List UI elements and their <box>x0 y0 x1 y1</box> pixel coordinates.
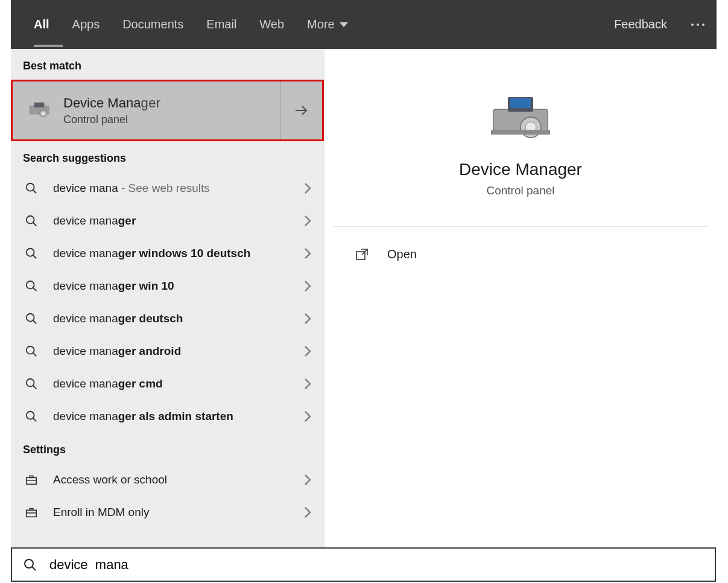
svg-point-7 <box>27 216 34 224</box>
search-icon <box>23 278 40 295</box>
preview-pane: Device Manager Control panel Open <box>324 49 717 548</box>
svg-line-10 <box>33 255 37 259</box>
suggestion-text: device manager android <box>40 345 300 358</box>
svg-line-16 <box>33 353 37 357</box>
chevron-right-icon <box>300 278 315 294</box>
suggestion-item[interactable]: device manager win 10 <box>11 270 324 302</box>
svg-rect-33 <box>491 130 550 135</box>
search-icon <box>23 375 40 392</box>
tab-all[interactable]: All <box>34 18 49 31</box>
svg-point-11 <box>27 281 34 289</box>
device-manager-icon <box>25 96 54 125</box>
results-pane: Best match Device Manager <box>11 49 324 548</box>
tab-web[interactable]: Web <box>259 18 284 31</box>
preview-device-manager-icon <box>487 91 554 145</box>
svg-point-17 <box>27 379 34 387</box>
chevron-right-icon <box>300 180 315 196</box>
search-bar[interactable] <box>11 547 716 582</box>
svg-point-19 <box>27 412 34 419</box>
settings-header: Settings <box>11 433 324 464</box>
suggestion-item[interactable]: device manager cmd <box>11 368 324 400</box>
chevron-right-icon <box>300 213 315 229</box>
svg-point-3 <box>42 112 45 115</box>
tabs-container: All Apps Documents Email Web More <box>34 18 348 31</box>
search-icon <box>23 343 40 360</box>
briefcase-icon <box>23 471 40 488</box>
svg-line-20 <box>33 418 37 422</box>
best-match-header: Best match <box>11 49 324 80</box>
search-icon <box>23 245 40 262</box>
svg-line-8 <box>33 223 37 226</box>
svg-point-5 <box>27 183 34 191</box>
suggestion-item[interactable]: device manager <box>11 205 324 237</box>
svg-point-36 <box>25 559 33 568</box>
chevron-right-icon <box>300 246 315 261</box>
svg-line-37 <box>32 567 36 570</box>
settings-item-label: Access work or school <box>40 473 300 486</box>
suggestion-item[interactable]: device manager deutsch <box>11 302 324 335</box>
suggestion-text: device manager win 10 <box>40 279 300 293</box>
svg-rect-22 <box>30 476 33 478</box>
chevron-right-icon <box>300 343 315 359</box>
svg-rect-25 <box>30 509 33 511</box>
suggestion-text: device manager deutsch <box>40 312 300 325</box>
tabs-right: Feedback <box>614 18 704 31</box>
svg-point-9 <box>27 249 34 256</box>
search-icon <box>23 310 40 327</box>
search-icon <box>23 180 40 197</box>
tab-documents[interactable]: Documents <box>122 18 183 31</box>
chevron-right-icon <box>300 409 315 424</box>
search-filter-tabs-bar: All Apps Documents Email Web More Feedba… <box>11 0 717 49</box>
suggestion-text: device mana - See web results <box>40 182 300 195</box>
svg-rect-30 <box>510 98 531 108</box>
tab-email[interactable]: Email <box>206 18 236 31</box>
search-suggestions-header: Search suggestions <box>11 141 324 172</box>
action-open-label: Open <box>387 247 417 261</box>
best-match-subtitle: Control panel <box>63 113 161 126</box>
best-match-title: Device Manager <box>63 95 161 111</box>
chevron-down-icon <box>340 22 348 27</box>
suggestion-text: device manager cmd <box>40 377 300 390</box>
chevron-right-icon <box>300 505 315 520</box>
svg-point-13 <box>27 314 34 322</box>
tab-apps[interactable]: Apps <box>72 18 100 31</box>
feedback-link[interactable]: Feedback <box>614 18 667 31</box>
suggestion-item[interactable]: device manager windows 10 deutsch <box>11 237 324 270</box>
open-icon <box>353 248 370 261</box>
svg-line-14 <box>33 320 37 324</box>
chevron-right-icon <box>300 472 315 488</box>
svg-rect-21 <box>27 477 37 484</box>
action-open[interactable]: Open <box>324 227 717 261</box>
briefcase-icon <box>23 504 40 521</box>
svg-line-6 <box>33 190 37 194</box>
preview-title: Device Manager <box>324 160 717 179</box>
more-options-icon[interactable] <box>691 24 704 26</box>
search-icon <box>22 556 39 573</box>
search-icon <box>23 408 40 425</box>
svg-line-18 <box>33 386 37 389</box>
suggestion-text: device manager windows 10 deutsch <box>40 247 300 260</box>
chevron-right-icon <box>300 311 315 327</box>
tab-more-label: More <box>307 18 335 31</box>
suggestion-item[interactable]: device mana - See web results <box>11 172 324 205</box>
suggestion-item[interactable]: device manager android <box>11 335 324 368</box>
settings-item-label: Enroll in MDM only <box>40 506 300 519</box>
search-input[interactable] <box>39 549 715 581</box>
svg-rect-24 <box>27 510 37 517</box>
svg-rect-1 <box>34 103 45 107</box>
settings-item[interactable]: Access work or school <box>11 464 324 496</box>
preview-subtitle: Control panel <box>324 184 717 197</box>
suggestion-text: device manager <box>40 214 300 228</box>
expand-arrow-button[interactable] <box>280 81 322 139</box>
settings-item[interactable]: Enroll in MDM only <box>11 496 324 529</box>
suggestion-text: device manager als admin starten <box>40 410 300 423</box>
suggestion-item[interactable]: device manager als admin starten <box>11 400 324 433</box>
tab-more[interactable]: More <box>307 18 348 31</box>
search-icon <box>23 212 40 229</box>
svg-line-12 <box>33 288 37 292</box>
svg-point-15 <box>27 346 34 354</box>
chevron-right-icon <box>300 376 315 392</box>
best-match-result[interactable]: Device Manager Control panel <box>11 80 324 141</box>
